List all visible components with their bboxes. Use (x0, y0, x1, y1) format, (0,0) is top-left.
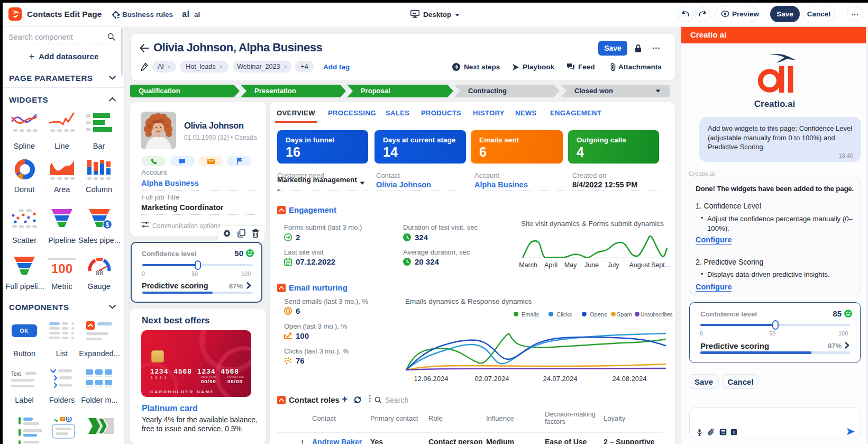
svg-text:$: $ (106, 221, 109, 229)
svg-text:Text: Text (11, 371, 21, 377)
svg-text:T: T (733, 430, 736, 435)
svg-text:88: 88 (96, 269, 103, 276)
